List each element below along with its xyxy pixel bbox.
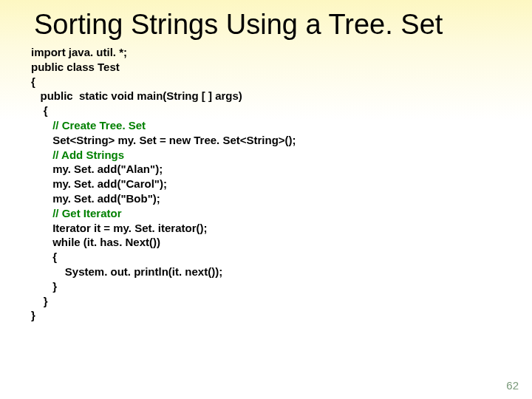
code-line: while (it. has. Next()) [31,236,160,248]
slide: Sorting Strings Using a Tree. Set import… [0,0,532,399]
code-comment: // Create Tree. Set [31,119,146,132]
code-line: { [31,104,48,117]
code-line: import java. util. *; [31,46,127,58]
code-line: Iterator it = my. Set. iterator(); [31,222,208,234]
code-line: my. Set. add("Alan"); [31,163,163,175]
code-line: { [31,75,35,88]
code-line: Set<String> my. Set = new Tree. Set<Stri… [31,134,296,146]
code-line: } [31,309,35,321]
code-line: System. out. println(it. next()); [31,265,222,278]
code-line: my. Set. add("Carol"); [31,177,167,190]
code-line: } [31,280,57,293]
code-comment: // Get Iterator [31,207,122,219]
code-comment: // Add Strings [31,149,124,161]
code-line: public static void main(String [ ] args) [31,89,242,102]
code-line: { [31,250,57,263]
page-number: 62 [506,379,519,392]
code-line: public class Test [31,61,120,73]
slide-title: Sorting Strings Using a Tree. Set [0,0,532,45]
code-block: import java. util. *; public class Test … [0,45,532,323]
code-line: } [31,295,48,307]
code-line: my. Set. add("Bob"); [31,192,160,205]
